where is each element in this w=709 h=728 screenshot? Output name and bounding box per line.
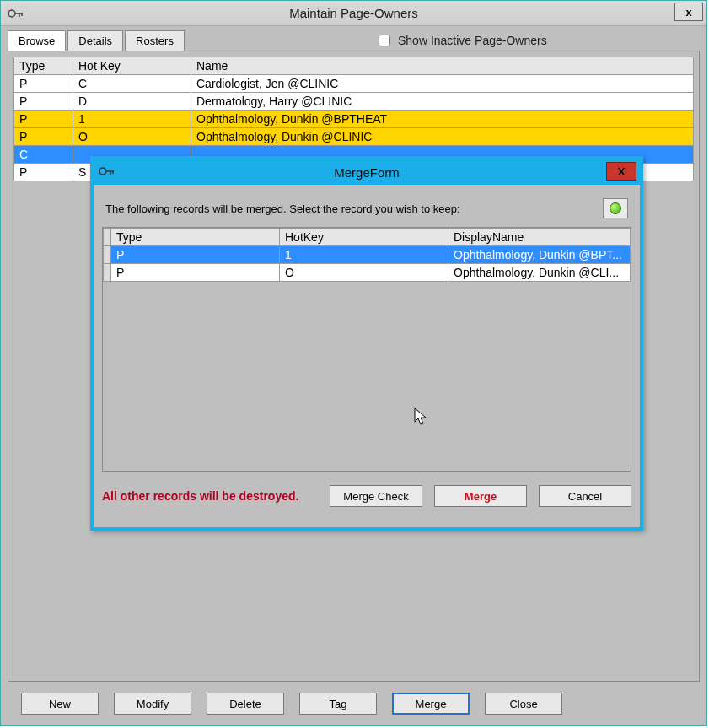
show-inactive-label: Show Inactive Page-Owners	[398, 34, 547, 47]
cell-name[interactable]: Ophthalmology, Dunkin @CLINIC	[191, 128, 694, 146]
table-row[interactable]: PCCardiologist, Jen @CLINIC	[14, 75, 694, 93]
cell-name[interactable]: Dermatology, Harry @CLINIC	[191, 93, 694, 111]
row-marker-header	[104, 229, 111, 246]
close-icon: x	[685, 6, 691, 19]
cell-type[interactable]: P	[14, 75, 73, 93]
close-icon: X	[618, 165, 626, 178]
merge-check-button[interactable]: Merge Check	[330, 485, 422, 507]
col-type-header[interactable]: Type	[14, 57, 73, 75]
close-button[interactable]: Close	[485, 693, 562, 715]
merge-footer-row: All other records will be destroyed. Mer…	[102, 485, 631, 507]
tab-rosters[interactable]: Rosters	[125, 30, 185, 51]
merge-instruction: The following records will be merged. Se…	[105, 202, 460, 215]
titlebar[interactable]: Maintain Page-Owners x	[1, 1, 706, 26]
merge-button[interactable]: Merge	[392, 693, 470, 715]
mcell-hotkey[interactable]: O	[280, 264, 448, 282]
mcell-type[interactable]: P	[111, 246, 280, 264]
show-inactive-checkbox[interactable]: Show Inactive Page-Owners	[375, 32, 547, 49]
merge-table-row[interactable]: P1Ophthalmology, Dunkin @BPT...	[104, 246, 631, 264]
modify-button[interactable]: Modify	[114, 693, 191, 715]
col-name-header[interactable]: Name	[191, 57, 694, 75]
tabs-row: Browse Details Rosters Show Inactive Pag…	[8, 30, 700, 51]
merge-dialog: MergeForm X The following records will b…	[90, 156, 643, 531]
delete-button[interactable]: Delete	[207, 693, 284, 715]
cell-type[interactable]: C	[14, 146, 73, 164]
cell-type[interactable]: P	[14, 111, 73, 128]
tab-details[interactable]: Details	[67, 30, 123, 51]
tag-button[interactable]: Tag	[299, 693, 377, 715]
tab-rosters-rest: osters	[144, 35, 174, 47]
table-row[interactable]: P1Ophthalmology, Dunkin @BPTHEAT	[14, 111, 694, 128]
row-marker	[104, 246, 111, 264]
info-button[interactable]	[603, 198, 628, 218]
mcell-displayname[interactable]: Ophthalmology, Dunkin @BPT...	[448, 246, 631, 264]
merge-grid-header[interactable]: Type HotKey DisplayName	[104, 229, 631, 246]
col-hotkey-header[interactable]: Hot Key	[73, 57, 191, 75]
info-icon	[610, 202, 621, 214]
merge-titlebar[interactable]: MergeForm X	[94, 159, 640, 185]
merge-confirm-button[interactable]: Merge	[434, 485, 527, 507]
cell-name[interactable]: Ophthalmology, Dunkin @BPTHEAT	[191, 111, 694, 128]
window-close-button[interactable]: x	[674, 3, 703, 21]
cell-type[interactable]: P	[14, 164, 73, 181]
cell-hotkey[interactable]: C	[73, 75, 191, 93]
new-button[interactable]: New	[21, 693, 99, 715]
merge-body: The following records will be merged. Se…	[102, 190, 631, 519]
cell-type[interactable]: P	[14, 128, 73, 146]
merge-close-button[interactable]: X	[606, 162, 636, 181]
cell-hotkey[interactable]: D	[73, 93, 191, 111]
table-row[interactable]: PDDermatology, Harry @CLINIC	[14, 93, 694, 111]
merge-cancel-button[interactable]: Cancel	[539, 485, 631, 507]
tab-details-rest: etails	[87, 35, 112, 47]
cell-hotkey[interactable]: 1	[73, 111, 191, 128]
grid-header-row[interactable]: Type Hot Key Name	[14, 57, 694, 75]
cell-type[interactable]: P	[14, 93, 73, 111]
bottom-button-bar: New Modify Delete Tag Merge Close	[8, 690, 700, 717]
window-title: Maintain Page-Owners	[1, 6, 706, 20]
cell-hotkey[interactable]: O	[73, 128, 191, 146]
mcell-displayname[interactable]: Ophthalmology, Dunkin @CLI...	[448, 264, 631, 282]
mcol-type-header[interactable]: Type	[111, 229, 280, 246]
merge-title: MergeForm	[94, 165, 640, 180]
merge-grid-panel: Type HotKey DisplayName P1Ophthalmology,…	[102, 227, 631, 472]
table-row[interactable]: POOphthalmology, Dunkin @CLINIC	[14, 128, 694, 146]
main-window: Maintain Page-Owners x Browse Details Ro…	[0, 0, 707, 726]
mcell-hotkey[interactable]: 1	[280, 246, 448, 264]
mcell-type[interactable]: P	[111, 264, 280, 282]
row-marker	[104, 264, 111, 282]
cell-name[interactable]: Cardiologist, Jen @CLINIC	[191, 75, 694, 93]
mcol-displayname-header[interactable]: DisplayName	[448, 229, 631, 246]
show-inactive-input[interactable]	[379, 35, 390, 46]
merge-instruction-row: The following records will be merged. Se…	[102, 190, 631, 227]
mcol-hotkey-header[interactable]: HotKey	[280, 229, 448, 246]
tab-browse[interactable]: Browse	[8, 30, 66, 51]
tab-browse-rest: rowse	[26, 35, 56, 47]
merge-grid[interactable]: Type HotKey DisplayName P1Ophthalmology,…	[103, 228, 631, 282]
merge-warning: All other records will be destroyed.	[102, 489, 298, 503]
merge-button-group: Merge Check Merge Cancel	[330, 485, 631, 507]
merge-table-row[interactable]: POOphthalmology, Dunkin @CLI...	[104, 264, 631, 282]
